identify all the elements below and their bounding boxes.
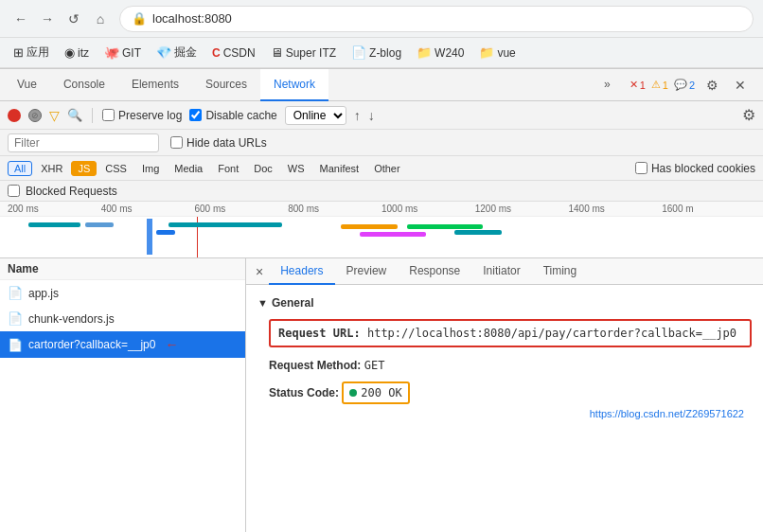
- detail-tabs: × Headers Preview Response Initiator Tim…: [246, 258, 763, 285]
- type-font[interactable]: Font: [211, 161, 245, 176]
- throttle-select[interactable]: Online: [285, 106, 346, 125]
- bookmarks-bar: ⊞ 应用 ◉ itz 🐙 GIT 💎 掘金 C CSDN 🖥 Super ITZ…: [0, 38, 763, 68]
- hide-data-urls-checkbox[interactable]: [170, 136, 183, 149]
- filter-input[interactable]: [8, 133, 159, 152]
- disable-cache-checkbox[interactable]: [189, 109, 202, 121]
- bookmark-git-label: GIT: [122, 46, 141, 60]
- status-code-label: Status Code:: [269, 386, 339, 399]
- devtools-icons: » ✕ 1 ⚠ 1 💬 2 ⚙ ✕: [591, 69, 759, 101]
- timeline-bar-7: [407, 224, 483, 229]
- detail-tab-timing[interactable]: Timing: [532, 258, 589, 285]
- request-url-label: Request URL:: [278, 327, 361, 340]
- reload-button[interactable]: ↺: [62, 8, 85, 30]
- bookmark-git[interactable]: 🐙 GIT: [98, 43, 147, 62]
- timeline-bar-4: [156, 230, 175, 235]
- type-manifest[interactable]: Manifest: [313, 161, 366, 176]
- type-doc[interactable]: Doc: [247, 161, 279, 176]
- timeline-bar-8: [454, 230, 502, 235]
- more-tabs-button[interactable]: »: [591, 69, 624, 101]
- address-bar[interactable]: 🔒 localhost:8080: [119, 6, 754, 32]
- bookmark-csdn-label: CSDN: [223, 46, 256, 60]
- request-url-row: Request URL: http://localhost:8080/api/p…: [257, 313, 752, 353]
- general-section-title: ▼ General: [257, 293, 752, 313]
- tab-network[interactable]: Network: [260, 69, 328, 101]
- browser-bar: ← → ↺ ⌂ 🔒 localhost:8080: [0, 0, 763, 38]
- tab-console[interactable]: Console: [50, 69, 118, 101]
- back-button[interactable]: ←: [9, 8, 32, 30]
- tab-elements[interactable]: Elements: [118, 69, 192, 101]
- detail-tab-response[interactable]: Response: [398, 258, 471, 285]
- file-list-header: Name: [0, 258, 245, 280]
- blog-link[interactable]: https://blog.csdn.net/Z269571622: [590, 408, 744, 419]
- devtools-tab-bar: Vue Console Elements Sources Network » ✕…: [0, 69, 763, 101]
- detail-tab-preview[interactable]: Preview: [335, 258, 399, 285]
- type-js[interactable]: JS: [71, 161, 97, 176]
- nav-buttons: ← → ↺ ⌂: [9, 8, 112, 30]
- section-arrow-icon: ▼: [257, 297, 268, 309]
- filter-icon: ▽: [49, 108, 60, 123]
- search-icon: 🔍: [67, 108, 82, 122]
- hide-data-urls-label[interactable]: Hide data URLs: [170, 136, 267, 150]
- preserve-log-label[interactable]: Preserve log: [102, 109, 182, 122]
- bookmark-vue[interactable]: 📁 vue: [473, 43, 521, 62]
- file-name-vendors: chunk-vendors.js: [28, 312, 115, 326]
- close-detail-button[interactable]: ×: [250, 264, 269, 279]
- disable-cache-label[interactable]: Disable cache: [189, 109, 276, 122]
- upload-button[interactable]: ↑: [354, 108, 361, 123]
- filter-bar: Hide data URLs: [0, 130, 763, 156]
- type-ws[interactable]: WS: [281, 161, 311, 176]
- preserve-log-checkbox[interactable]: [102, 109, 115, 121]
- url-text: localhost:8080: [152, 11, 232, 26]
- has-blocked-checkbox[interactable]: [635, 162, 648, 174]
- detail-tab-headers[interactable]: Headers: [269, 258, 334, 285]
- home-button[interactable]: ⌂: [89, 8, 112, 30]
- network-toolbar: ⊘ ▽ 🔍 Preserve log Disable cache Online …: [0, 101, 763, 130]
- blocked-requests-checkbox[interactable]: [8, 185, 20, 197]
- forward-button[interactable]: →: [36, 8, 59, 30]
- type-xhr[interactable]: XHR: [34, 161, 69, 176]
- bookmark-csdn[interactable]: C CSDN: [206, 44, 261, 62]
- type-all[interactable]: All: [8, 161, 32, 176]
- bookmark-superitz-label: Super ITZ: [286, 46, 336, 60]
- bookmark-itz[interactable]: ◉ itz: [59, 43, 95, 62]
- info-badge: 💬 2: [674, 79, 695, 91]
- bookmark-w240[interactable]: 📁 W240: [411, 43, 470, 62]
- timeline-ruler: 200 ms 400 ms 600 ms 800 ms 1000 ms 1200…: [0, 202, 763, 217]
- blog-link-area: https://blog.csdn.net/Z269571622: [257, 408, 752, 427]
- csdn-icon: C: [212, 46, 221, 60]
- network-settings-button[interactable]: ⚙: [742, 106, 755, 124]
- toolbar-divider: [92, 108, 93, 123]
- error-badge: ✕ 1: [630, 79, 646, 91]
- record-button[interactable]: [8, 109, 21, 122]
- bookmark-zblog[interactable]: 📄 Z-blog: [346, 43, 407, 62]
- tab-vue[interactable]: Vue: [4, 69, 50, 101]
- request-detail: × Headers Preview Response Initiator Tim…: [246, 258, 763, 532]
- close-devtools-button[interactable]: ✕: [729, 74, 752, 97]
- tab-sources[interactable]: Sources: [192, 69, 260, 101]
- warn-badge: ⚠ 1: [651, 79, 668, 91]
- download-button[interactable]: ↓: [368, 108, 375, 123]
- secure-icon: 🔒: [132, 11, 147, 26]
- settings-button[interactable]: ⚙: [701, 74, 723, 97]
- timeline-blue-marker: [147, 219, 152, 255]
- file-name-cartorder: cartorder?callback=__jp0: [28, 338, 155, 351]
- type-css[interactable]: CSS: [98, 161, 133, 176]
- bookmark-juejin-label: 掘金: [174, 44, 197, 61]
- bookmark-superitz[interactable]: 🖥 Super ITZ: [265, 43, 342, 62]
- request-url-value: http://localhost:8080/api/pay/cartorder?…: [367, 327, 736, 340]
- type-other[interactable]: Other: [367, 161, 407, 176]
- file-item-cartorder[interactable]: 📄 cartorder?callback=__jp0 ←: [0, 331, 245, 358]
- bookmark-juejin[interactable]: 💎 掘金: [151, 42, 203, 63]
- bookmark-apps[interactable]: ⊞ 应用: [8, 42, 55, 63]
- file-item-vendors[interactable]: 📄 chunk-vendors.js: [0, 306, 245, 331]
- main-content: Name 📄 app.js 📄 chunk-vendors.js 📄 carto…: [0, 258, 763, 532]
- request-method-value-text: GET: [364, 359, 385, 372]
- timeline-chart: [0, 217, 763, 257]
- stop-button[interactable]: ⊘: [28, 109, 42, 122]
- type-img[interactable]: Img: [135, 161, 166, 176]
- file-icon-cartorder: 📄: [8, 338, 23, 352]
- file-item-appjs[interactable]: 📄 app.js: [0, 280, 245, 306]
- vue-bm-icon: 📁: [479, 45, 494, 60]
- detail-tab-initiator[interactable]: Initiator: [471, 258, 531, 285]
- type-media[interactable]: Media: [168, 161, 209, 176]
